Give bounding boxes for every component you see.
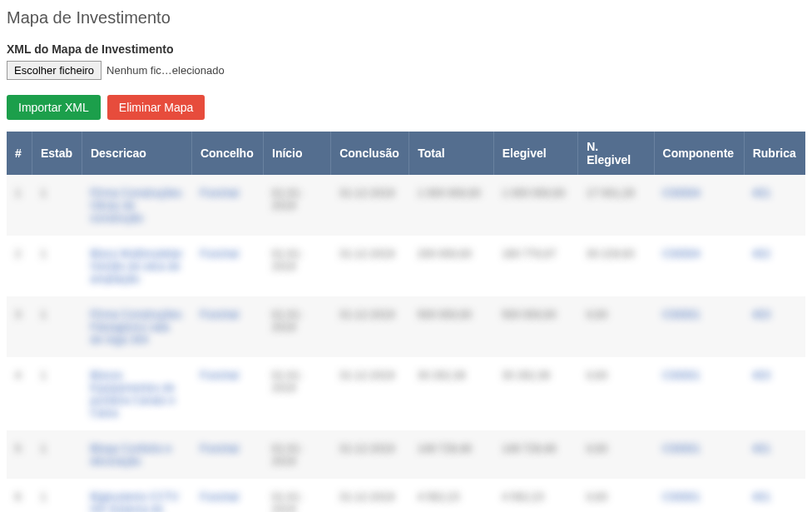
cell-nelegivel: 30 229,93	[578, 236, 654, 296]
cell-num: 5	[7, 430, 32, 479]
file-status-text: Nenhum fic…elecionado	[106, 64, 225, 77]
cell-inicio: 01-01-2019	[264, 479, 331, 512]
file-chooser-row: Escolher ficheiro Nenhum fic…elecionado	[7, 61, 805, 80]
cell-nelegivel: 17 001,28	[578, 175, 654, 236]
cell-descricao[interactable]: Bigbustenis CCTV HD Sistema de alarme	[82, 479, 191, 512]
cell-elegivel: 500 000,00	[493, 296, 578, 357]
table-row: 31Firma Construções Paisagismo vala de r…	[7, 296, 805, 357]
cell-rubrica[interactable]: 403	[744, 357, 805, 430]
cell-componente[interactable]: C00001	[654, 479, 744, 512]
cell-num: 4	[7, 357, 32, 430]
col-header-nelegivel: N. Elegivel	[578, 132, 654, 175]
cell-conclusao: 31-12-2019	[331, 357, 409, 430]
cell-total: 500 000,00	[409, 296, 494, 357]
table-row: 21Bloco Multimodelar Gestão de obra de a…	[7, 236, 805, 296]
cell-inicio: 01-01-2019	[264, 357, 331, 430]
cell-inicio: 01-01-2019	[264, 175, 331, 236]
col-header-rubrica: Rubrica	[744, 132, 805, 175]
cell-componente[interactable]: C00004	[654, 236, 744, 296]
col-header-total: Total	[409, 132, 494, 175]
import-xml-button[interactable]: Importar XML	[7, 95, 101, 120]
cell-num: 3	[7, 296, 32, 357]
cell-total: 200 000,00	[409, 236, 494, 296]
cell-estab: 1	[32, 430, 82, 479]
cell-total: 30 262,38	[409, 357, 494, 430]
cell-descricao[interactable]: Blocos Equipamentos de ponteira Canais e…	[82, 357, 191, 430]
cell-inicio: 01-01-2019	[264, 236, 331, 296]
cell-rubrica[interactable]: 401	[744, 175, 805, 236]
cell-concelho[interactable]: Funchal	[191, 175, 263, 236]
page-title: Mapa de Investimento	[7, 8, 805, 27]
cell-nelegivel: 0,00	[578, 430, 654, 479]
cell-total: 1 000 000,00	[409, 175, 494, 236]
cell-elegivel: 148 728,48	[493, 430, 578, 479]
cell-concelho[interactable]: Funchal	[191, 236, 263, 296]
cell-estab: 1	[32, 357, 82, 430]
col-header-concelho: Concelho	[191, 132, 263, 175]
cell-inicio: 01-01-2019	[264, 430, 331, 479]
table-row: 41Blocos Equipamentos de ponteira Canais…	[7, 357, 805, 430]
cell-total: 148 728,48	[409, 430, 494, 479]
cell-nelegivel: 0,00	[578, 479, 654, 512]
cell-rubrica[interactable]: 401	[744, 479, 805, 512]
cell-rubrica[interactable]: 403	[744, 296, 805, 357]
cell-descricao[interactable]: Firma Construções Obras de construção	[82, 175, 191, 236]
cell-inicio: 01-01-2019	[264, 296, 331, 357]
cell-conclusao: 31-12-2019	[331, 175, 409, 236]
investment-table: # Estab Descricao Concelho Início Conclu…	[7, 132, 805, 512]
cell-descricao[interactable]: Bloco Multimodelar Gestão de obra de amp…	[82, 236, 191, 296]
cell-estab: 1	[32, 296, 82, 357]
action-buttons: Importar XML Eliminar Mapa	[7, 95, 805, 120]
cell-total: 4 562,23	[409, 479, 494, 512]
col-header-inicio: Início	[264, 132, 331, 175]
col-header-estab: Estab	[32, 132, 82, 175]
cell-estab: 1	[32, 236, 82, 296]
cell-elegivel: 30 262,38	[493, 357, 578, 430]
delete-map-button[interactable]: Eliminar Mapa	[107, 95, 205, 120]
col-header-descricao: Descricao	[82, 132, 191, 175]
cell-descricao[interactable]: Firma Construções Paisagismo vala de reg…	[82, 296, 191, 357]
col-header-elegivel: Elegivel	[493, 132, 578, 175]
xml-section-label: XML do Mapa de Investimento	[7, 42, 805, 56]
table-row: 61Bigbustenis CCTV HD Sistema de alarmeF…	[7, 479, 805, 512]
cell-concelho[interactable]: Funchal	[191, 430, 263, 479]
cell-conclusao: 31-12-2019	[331, 479, 409, 512]
table-header-row: # Estab Descricao Concelho Início Conclu…	[7, 132, 805, 175]
col-header-num: #	[7, 132, 32, 175]
cell-conclusao: 31-12-2019	[331, 296, 409, 357]
cell-nelegivel: 0,00	[578, 357, 654, 430]
cell-rubrica[interactable]: 401	[744, 430, 805, 479]
cell-estab: 1	[32, 479, 82, 512]
cell-num: 2	[7, 236, 32, 296]
cell-descricao[interactable]: Bloqa Conforto e decoração	[82, 430, 191, 479]
cell-componente[interactable]: C00004	[654, 175, 744, 236]
col-header-componente: Componente	[654, 132, 744, 175]
cell-rubrica[interactable]: 402	[744, 236, 805, 296]
cell-elegivel: 4 562,23	[493, 479, 578, 512]
cell-componente[interactable]: C00001	[654, 357, 744, 430]
cell-elegivel: 180 770,07	[493, 236, 578, 296]
table-row: 11Firma Construções Obras de construçãoF…	[7, 175, 805, 236]
cell-concelho[interactable]: Funchal	[191, 357, 263, 430]
col-header-conclusao: Conclusão	[331, 132, 409, 175]
cell-elegivel: 1 000 000,00	[493, 175, 578, 236]
cell-componente[interactable]: C00001	[654, 430, 744, 479]
table-row: 51Bloqa Conforto e decoraçãoFunchal01-01…	[7, 430, 805, 479]
cell-concelho[interactable]: Funchal	[191, 296, 263, 357]
cell-conclusao: 31-12-2019	[331, 430, 409, 479]
choose-file-button[interactable]: Escolher ficheiro	[7, 61, 102, 80]
cell-conclusao: 31-12-2019	[331, 236, 409, 296]
cell-componente[interactable]: C00001	[654, 296, 744, 357]
cell-estab: 1	[32, 175, 82, 236]
cell-num: 1	[7, 175, 32, 236]
cell-concelho[interactable]: Funchal	[191, 479, 263, 512]
cell-nelegivel: 0,00	[578, 296, 654, 357]
cell-num: 6	[7, 479, 32, 512]
